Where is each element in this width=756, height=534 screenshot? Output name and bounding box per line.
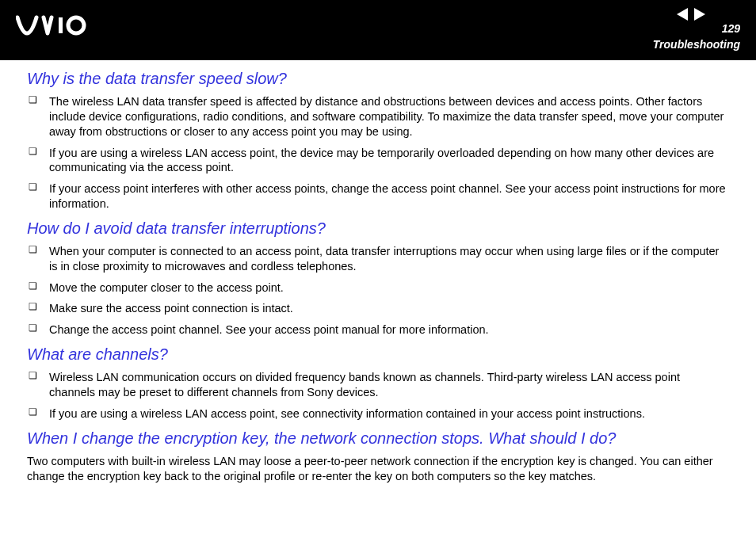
bullet-list: When your computer is connected to an ac… xyxy=(27,244,729,338)
list-item: Wireless LAN communication occurs on div… xyxy=(27,370,729,400)
list-item: Make sure the access point connection is… xyxy=(27,301,729,316)
next-page-icon[interactable] xyxy=(694,8,705,24)
list-item: Change the access point channel. See you… xyxy=(27,322,729,338)
question-heading: When I change the encryption key, the ne… xyxy=(27,429,729,448)
vaio-logo xyxy=(16,14,95,40)
section-name: Troubleshooting xyxy=(653,38,740,51)
bullet-list: The wireless LAN data transfer speed is … xyxy=(27,94,729,212)
list-item: If your access point interferes with oth… xyxy=(27,181,729,212)
page-content: Why is the data transfer speed slow? The… xyxy=(0,60,756,483)
question-heading: What are channels? xyxy=(27,345,729,364)
bullet-list: Wireless LAN communication occurs on div… xyxy=(27,370,729,421)
svg-marker-2 xyxy=(677,8,688,21)
nav-arrows xyxy=(677,8,705,24)
paragraph: Two computers with built-in wireless LAN… xyxy=(27,454,729,484)
list-item: When your computer is connected to an ac… xyxy=(27,244,729,274)
svg-marker-3 xyxy=(694,8,705,21)
question-heading: How do I avoid data transfer interruptio… xyxy=(27,219,729,238)
svg-rect-0 xyxy=(59,17,63,33)
list-item: If you are using a wireless LAN access p… xyxy=(27,146,729,176)
question-heading: Why is the data transfer speed slow? xyxy=(27,70,729,88)
list-item: If you are using a wireless LAN access p… xyxy=(27,406,729,421)
header-bar: 129 Troubleshooting xyxy=(0,0,756,60)
list-item: The wireless LAN data transfer speed is … xyxy=(27,94,729,139)
list-item: Move the computer closer to the access p… xyxy=(27,280,729,296)
svg-point-1 xyxy=(68,17,84,33)
prev-page-icon[interactable] xyxy=(677,8,688,24)
page-number: 129 xyxy=(722,22,740,35)
